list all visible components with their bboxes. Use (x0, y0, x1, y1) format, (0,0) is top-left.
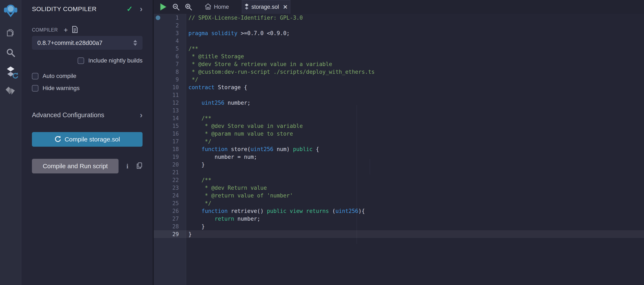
copy-icon[interactable] (136, 162, 142, 170)
code-line[interactable]: 10contract Storage { (154, 83, 644, 91)
line-number: 5 (162, 46, 186, 52)
collapse-panel-chevron-icon[interactable]: › (140, 5, 142, 13)
line-number: 7 (162, 61, 186, 67)
line-number: 13 (162, 107, 186, 114)
code-line-text: // SPDX-License-Identifier: GPL-3.0 (186, 15, 303, 21)
breakpoint-dot-icon (156, 16, 160, 20)
code-line-text: number = num; (186, 154, 257, 160)
file-explorer-icon[interactable] (5, 28, 16, 39)
code-line-text: * @dev Store & retrieve value in a varia… (186, 61, 332, 67)
code-line[interactable]: 19 number = num; (154, 153, 644, 161)
compiler-section-label: COMPILER (32, 27, 58, 33)
close-tab-icon[interactable]: ✕ (283, 4, 288, 11)
solidity-compiler-icon[interactable] (5, 67, 16, 77)
info-icon[interactable]: i (126, 162, 128, 170)
compile-button[interactable]: Compile storage.sol (32, 132, 142, 147)
code-line[interactable]: 9 */ (154, 76, 644, 83)
code-line-text: function store(uint256 num) public { (186, 146, 319, 152)
code-line[interactable]: 29} (154, 230, 644, 238)
code-line[interactable]: 27 return number; (154, 215, 644, 222)
advanced-configurations-toggle[interactable]: Advanced Configurations › (32, 111, 142, 119)
code-line[interactable]: 12 uint256 number; (154, 99, 644, 107)
code-line[interactable]: 6 * @title Storage (154, 53, 644, 60)
advanced-configurations-chevron-icon: › (140, 111, 142, 119)
remix-logo-icon[interactable] (4, 3, 18, 19)
icon-rail (0, 0, 21, 285)
code-line[interactable]: 11 (154, 91, 644, 99)
code-line[interactable]: 4 (154, 37, 644, 45)
code-line[interactable]: 17 */ (154, 137, 644, 145)
advanced-configurations-label: Advanced Configurations (32, 111, 140, 119)
auto-compile-row: Auto compile (32, 73, 142, 79)
code-line-text: * @return value of 'number' (186, 192, 293, 199)
code-line-text: /** (186, 115, 212, 121)
auto-compile-checkbox[interactable] (32, 73, 38, 79)
code-line[interactable]: 21 (154, 168, 644, 176)
code-line[interactable]: 5/** (154, 45, 644, 53)
code-line-text: * @dev Return value (186, 185, 267, 191)
line-number: 12 (162, 100, 186, 106)
code-line[interactable]: 23 * @dev Return value (154, 184, 644, 192)
compile-refresh-badge-icon (12, 72, 18, 79)
run-script-play-icon[interactable] (159, 2, 167, 12)
hide-warnings-label: Hide warnings (42, 85, 80, 92)
code-line-text: /** (186, 46, 198, 52)
compile-refresh-icon (54, 135, 61, 144)
code-line-text: } (186, 161, 205, 168)
line-number: 18 (162, 146, 186, 152)
compile-and-run-button[interactable]: Compile and Run script (32, 159, 118, 173)
zoom-in-icon[interactable] (184, 2, 192, 12)
compiler-docs-icon[interactable] (72, 26, 78, 34)
code-line[interactable]: 18 function store(uint256 num) public { (154, 145, 644, 153)
compiler-section-row: COMPILER + (32, 26, 142, 34)
code-lines: 1// SPDX-License-Identifier: GPL-3.023pr… (154, 14, 644, 238)
tab-storage-sol[interactable]: storage.sol ✕ (242, 0, 290, 14)
code-line-text: * @dev Store value in variable (186, 123, 303, 129)
code-line[interactable]: 7 * @dev Store & retrieve value in a var… (154, 60, 644, 68)
code-line[interactable]: 26 function retrieve() public view retur… (154, 207, 644, 215)
code-line[interactable]: 16 * @param num value to store (154, 130, 644, 137)
code-line[interactable]: 15 * @dev Store value in variable (154, 122, 644, 130)
search-icon[interactable] (5, 47, 16, 58)
include-nightly-row: Include nightly builds (32, 57, 142, 64)
line-number: 15 (162, 123, 186, 129)
include-nightly-checkbox[interactable] (78, 58, 84, 64)
code-line-text: function retrieve() public view returns … (186, 208, 365, 214)
code-line[interactable]: 1// SPDX-License-Identifier: GPL-3.0 (154, 14, 644, 22)
tab-home-label: Home (214, 4, 229, 10)
zoom-out-icon[interactable] (172, 2, 180, 12)
editor-topbar: Home storage.sol ✕ (154, 0, 644, 14)
line-number: 17 (162, 138, 186, 145)
tab-home[interactable]: Home (205, 3, 229, 11)
code-line[interactable]: 2 (154, 22, 644, 29)
line-number: 22 (162, 177, 186, 183)
code-line-text: } (186, 223, 205, 230)
compiler-version-select[interactable]: 0.8.7+commit.e28d00a7 (32, 36, 142, 50)
line-number: 1 (162, 15, 186, 21)
line-number: 3 (162, 30, 186, 36)
code-line[interactable]: 28 } (154, 222, 644, 230)
code-line[interactable]: 8 * @custom:dev-run-script ./scripts/dep… (154, 68, 644, 76)
code-line[interactable]: 20 } (154, 161, 644, 168)
code-line[interactable]: 22 /** (154, 176, 644, 184)
code-line[interactable]: 3pragma solidity >=0.7.0 <0.9.0; (154, 29, 644, 37)
line-number: 6 (162, 53, 186, 60)
code-line[interactable]: 13 (154, 107, 644, 114)
hide-warnings-checkbox[interactable] (32, 85, 38, 92)
deploy-run-icon[interactable] (5, 86, 16, 97)
code-editor[interactable]: 1// SPDX-License-Identifier: GPL-3.023pr… (154, 14, 644, 285)
code-line[interactable]: 14 /** (154, 114, 644, 122)
line-number: 24 (162, 192, 186, 199)
code-line-text: return number; (186, 216, 260, 222)
add-custom-compiler-icon[interactable]: + (64, 26, 68, 34)
code-line[interactable]: 24 * @return value of 'number' (154, 192, 644, 199)
line-number: 2 (162, 22, 186, 29)
line-number: 19 (162, 154, 186, 160)
solidity-compiler-panel: SOLIDITY COMPILER ✓ › COMPILER + 0.8.7+c… (21, 0, 154, 285)
code-line-text: contract Storage { (186, 84, 247, 91)
line-number: 25 (162, 200, 186, 206)
line-number: 9 (162, 77, 186, 83)
line-number: 29 (162, 231, 186, 237)
code-line[interactable]: 25 */ (154, 199, 644, 207)
breakpoint-margin[interactable] (154, 16, 162, 20)
